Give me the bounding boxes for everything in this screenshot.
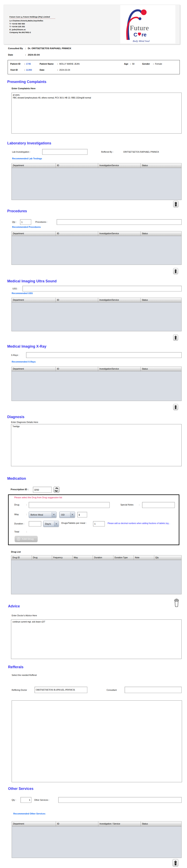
colon: : [26,503,27,506]
date-value: 2024-03-04 [28,54,40,56]
logo-red-dot [141,9,147,15]
col-id: ID [56,231,98,236]
other-services-table[interactable]: Department ID Investigation / Service St… [12,821,182,858]
gender-value: Female [155,63,162,65]
col-qty: Qty [154,555,181,560]
lab-table[interactable]: Department ID Investigation/Service Stat… [11,163,182,200]
duration-type-select[interactable]: Day/s ▼ [43,521,59,527]
special-notes-input[interactable] [142,502,175,508]
add-drug-button[interactable]: Add Drug [15,536,38,542]
complaints-textarea[interactable]: pt seen, FBC showed lymphocytosis 49, ot… [11,93,182,133]
trash-icon [174,336,177,340]
patient-name-label: Patient Name [40,63,54,65]
visit-id-value: 11393 [26,69,32,71]
recommended-procedures-link[interactable]: Recommended Procedures [12,226,41,228]
presenting-complaints-title: Presenting Complaints [7,80,46,84]
procedures-table[interactable]: Department ID Investigation/Service Stat… [11,231,182,265]
consulted-by-value: Dr. ORITSETSETOS RAPHAEL PINNICK [28,47,71,50]
chevron-down-icon: ▼ [52,512,56,517]
col-id: ID [56,163,98,168]
company-info: Future Care by Future Holdings (Pty) Lim… [9,16,55,34]
procedures-input[interactable] [57,219,182,225]
duration-input[interactable] [29,521,41,526]
recommended-uss-link[interactable]: Recommended USS [12,292,33,294]
other-qty-input[interactable] [21,797,31,803]
colon: : [25,47,26,50]
lab-input-label: Lab Investingation : [12,151,30,153]
xray-label: X-Rays : [11,354,19,356]
uss-delete-button[interactable] [173,335,178,341]
advice-textarea[interactable]: continue current mgt. sick leave x2/7 [11,619,182,659]
age-value: 58 [132,63,135,65]
date-label: Date [8,54,25,56]
uss-input[interactable] [23,286,182,291]
other-services-title: Other Services [8,787,33,791]
drug-entry-panel: Please select the Drug from Drug suggess… [8,494,179,545]
referring-doctor-input[interactable] [35,687,87,693]
duration-type-value: Day/s [45,523,51,525]
complaints-label: Enter Complaints Here [12,87,36,90]
frequency-select[interactable]: OD ▼ [59,512,75,518]
lab-table-header: Department ID Investigation/Service Stat… [12,163,181,168]
recommended-xrays-link[interactable]: Recommended X-Rays [12,361,36,363]
add-drug-label: Add Drug [22,537,34,540]
other-services-delete-button[interactable] [173,859,178,867]
recommended-other-services-link[interactable]: Recommended Other Services [13,812,45,815]
xray-table[interactable]: Department ID Investigation/Service Stat… [11,367,182,401]
company-title: Future Care by Future Holdings (Pty) Lim… [9,16,55,18]
frequency-select-value: OD [61,514,65,516]
age-label: Age [124,63,128,65]
medication-title: Medication [7,476,26,481]
xray-title: Medical Imaging X-Ray [7,344,46,349]
drug-list-table[interactable]: Drug ID Drug Fequency Way Duration Durat… [11,555,182,594]
procedures-delete-button[interactable] [173,268,178,274]
special-notes-label: Special Notes [120,503,134,506]
company-holdings: Future Holdings (Pty) Limited [23,16,50,18]
fraction-note: Please add as decimal numbers when addin… [108,522,174,524]
frequency-qty-input[interactable] [77,512,87,517]
colon: : [24,69,25,71]
col-frequency: Fequency [52,555,73,560]
xray-delete-button[interactable] [173,404,178,410]
colon: : [57,63,58,65]
lab-referred-by-value: ORITSETSETOS RAPHAEL PINNICK [123,151,159,153]
visit-date-value: 2024-03-04 [59,69,70,71]
prescription-refresh-button[interactable] [53,487,60,493]
prescription-id-input[interactable] [33,487,52,493]
drug-warning-text: Please select the Drug from Drug suggess… [14,496,62,499]
lab-delete-button[interactable] [173,201,179,208]
trash-icon [174,202,178,207]
colon: : [130,63,131,65]
consulted-by-label: Consulted By [8,47,25,50]
referral-list-box[interactable] [12,701,182,782]
company-logo: Future C re [121,8,161,40]
diagnosis-label: Enter Diagnosis Details Here [11,421,38,423]
gender-label: Gender [142,63,150,65]
advice-label: Enter Doctor's Advice Here [12,614,37,617]
company-phone1: T: +24 82 593 593 [9,22,55,25]
lab-referred-by-label: Reffered By : [101,151,113,153]
other-services-table-header: Department ID Investigation / Service St… [12,822,181,827]
duration-label: Duration : [14,522,24,525]
trash-icon [174,269,177,273]
xray-input[interactable] [26,352,182,358]
other-services-input[interactable] [58,797,182,803]
svg-text:Future: Future [130,24,149,32]
recommended-lab-testings-link[interactable]: Recommended Lab Testings [12,157,42,160]
procedures-qty-input[interactable] [20,219,31,225]
colon: : [26,530,27,533]
referrals-title: Refferals [8,665,24,669]
col-id: ID [56,298,98,302]
way-select[interactable]: Before Meal ▼ [29,512,57,518]
drug-list-delete-button[interactable] [174,598,179,608]
diagnosis-textarea[interactable]: ?vertigo [11,424,182,466]
lab-investigation-input[interactable] [42,149,87,155]
uss-table[interactable]: Department ID Investigation/Service Stat… [11,298,182,331]
consultant-input[interactable] [125,687,182,693]
company-number: Company No.8417652-2 [9,31,55,34]
logo-graphic: Future C re [121,8,161,40]
company-phone2: T: +24 84 225 252 [9,25,55,28]
ultrasound-title: Medical Imaging Ultra Sound [7,279,57,283]
drug-input[interactable] [29,502,110,508]
per-meal-input[interactable] [93,521,105,526]
